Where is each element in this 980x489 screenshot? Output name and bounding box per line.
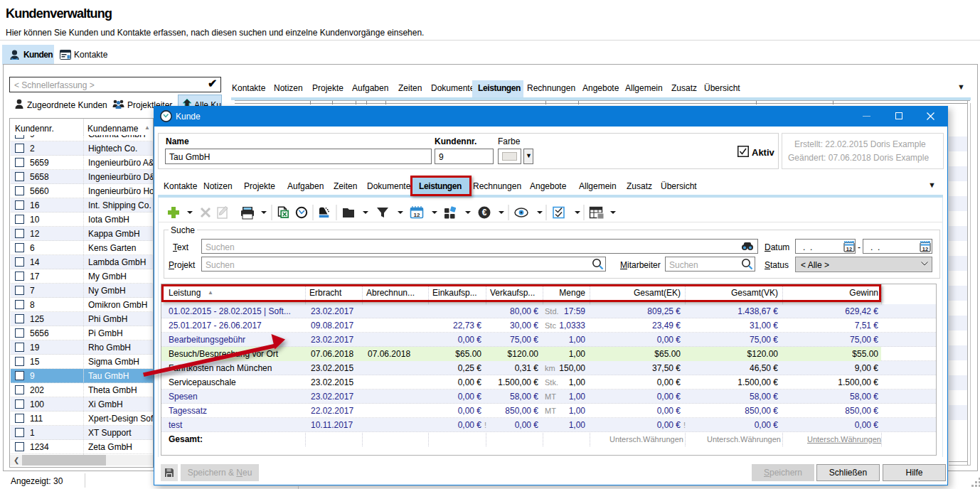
svg-text:12: 12 — [846, 246, 852, 252]
svg-text:€: € — [482, 208, 487, 217]
svg-text:12: 12 — [922, 246, 928, 252]
svg-text:12: 12 — [414, 212, 420, 218]
